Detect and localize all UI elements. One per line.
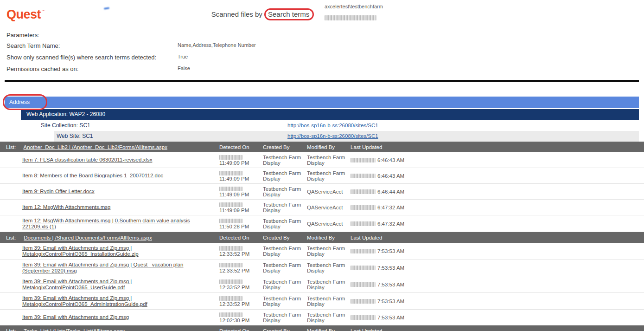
list-label: List: — [6, 235, 22, 240]
created-by-cell: Testbench Farm Display — [263, 216, 307, 231]
redacted-date — [351, 282, 376, 287]
created-by-cell: Testbench Farm Display — [263, 152, 307, 168]
detected-time: 12:02:30 PM — [219, 318, 249, 323]
updated-time: 6:46:43 AM — [377, 157, 404, 163]
item-link[interactable]: Item 39: Email with Attachments and Zip.… — [22, 279, 132, 290]
created-by-cell: Testbench Farm Display — [263, 260, 307, 275]
item-link[interactable]: Item 12: MsgWith Attachmments.msg — [22, 204, 110, 210]
redacted-date — [219, 202, 242, 207]
detected-on-cell: 12:33:52 PM — [219, 277, 263, 292]
redacted-date — [351, 189, 376, 194]
parameter-row: Permissions cached as on: False — [6, 65, 644, 73]
column-header-modified-by: Modified By — [307, 233, 351, 243]
modified-by-cell: Testbench Farm Display — [307, 152, 351, 168]
run-by-user: axcelertest\testbenchfarm — [325, 4, 383, 9]
modified-by-cell: QAServiceAcct — [307, 187, 351, 196]
parameter-label: Permissions cached as on: — [6, 65, 78, 72]
table-row: Item 39: Email with Attachments and Zip.… — [0, 276, 644, 293]
list-link[interactable]: Tasks_List | /Lists/Tasks_List/AllItems.… — [24, 328, 125, 331]
redacted-date — [351, 315, 376, 320]
column-header-detected-on: Detected On — [219, 233, 263, 243]
list-label: List: — [6, 144, 22, 150]
table-row: Item 8: Members of the Board Biographies… — [0, 168, 644, 184]
redacted-date — [219, 187, 242, 191]
table-row: Item 39: Email with Attachments and Zip.… — [0, 260, 644, 276]
modified-by-cell: Testbench Farm Display — [307, 277, 351, 292]
parameter-value: Name,Address,Telephone Number — [178, 42, 256, 48]
updated-time: 6:47:32 AM — [377, 205, 404, 210]
modified-by-cell: Testbench Farm Display — [307, 243, 351, 259]
column-header-modified-by: Modified By — [307, 142, 351, 152]
search-term-label: Address — [9, 99, 30, 105]
redacted-date — [219, 263, 242, 267]
item-link[interactable]: Item 7: FLSA classification table 063020… — [22, 157, 152, 162]
parameter-row: Search Term Name: Name,Address,Telephone… — [6, 41, 644, 50]
column-header-detected-on: Detected On — [219, 142, 263, 152]
column-header-modified-by: Modified By — [307, 326, 351, 331]
redacted-date — [219, 219, 242, 223]
parameters-section: Parameters: Search Term Name: Name,Addre… — [0, 32, 644, 73]
item-link[interactable]: Item 12: MsgWith Attachmments.msg | 0.So… — [22, 218, 190, 229]
detected-time: 11:49:09 PM — [219, 208, 249, 213]
created-by-cell: Testbench Farm Display — [263, 200, 307, 215]
modified-by-cell: Testbench Farm Display — [307, 293, 351, 309]
detected-time: 11:49:09 PM — [219, 160, 249, 166]
table-row: Item 9: Rydin Offer Letter.docx 11:49:09… — [0, 184, 644, 200]
logo-artifact — [104, 7, 109, 10]
table-row: Item 39: Email with Attachments and Zip.… — [0, 293, 644, 310]
redacted-date — [351, 205, 376, 210]
item-link[interactable]: Item 39: Email with Attachments and Zip.… — [22, 314, 129, 320]
column-header-last-updated: Last Updated — [351, 142, 644, 152]
item-link[interactable]: Item 39: Email with Attachments and Zip.… — [22, 262, 184, 273]
site-collection-url-link[interactable]: http://bos-sp16n-b-ss:26080/sites/SC1 — [287, 120, 378, 131]
column-header-created-by: Created By — [263, 233, 307, 243]
created-by-cell: Testbench Farm Display — [263, 243, 307, 259]
last-updated-cell: 7:53:53 AM — [351, 279, 644, 289]
detected-on-cell: 11:49:09 PM — [219, 184, 263, 199]
web-site-label: Web Site: SC1 — [57, 133, 93, 139]
updated-time: 7:53:53 AM — [377, 248, 404, 254]
list-link[interactable]: Another_Doc_Lib2 | /Another_Doc_Lib2/For… — [24, 144, 167, 150]
redacted-date — [351, 249, 376, 253]
last-updated-cell: 7:53:53 AM — [351, 263, 644, 273]
redacted-date — [219, 155, 242, 160]
web-site-row: Web Site: SC1 http://bos-sp16n-b-ss:2608… — [54, 131, 639, 142]
redacted-date — [219, 312, 242, 317]
redacted-date — [219, 171, 242, 175]
column-header-last-updated: Last Updated — [351, 326, 644, 331]
item-link[interactable]: Item 9: Rydin Offer Letter.docx — [22, 188, 95, 194]
last-updated-cell: 7:53:53 AM — [351, 312, 644, 322]
created-by-cell: Testbench Farm Display — [263, 293, 307, 309]
parameter-value: True — [178, 54, 188, 59]
detected-time: 12:33:52 PM — [219, 301, 249, 307]
detected-time: 11:50:28 PM — [219, 224, 249, 229]
detected-time: 12:33:52 PM — [219, 268, 249, 273]
parameter-label: Search Term Name: — [6, 42, 60, 49]
site-collection-row: Site Collection: SC1 http://bos-sp16n-b-… — [0, 120, 644, 131]
report-header: Quest™ Scanned files by Search terms axc… — [0, 0, 644, 28]
parameter-value: False — [178, 65, 190, 71]
search-term-bar: Address — [5, 97, 639, 108]
item-link[interactable]: Item 8: Members of the Board Biographies… — [22, 173, 163, 178]
site-collection-label: Site Collection: SC1 — [41, 122, 90, 129]
header-meta: axcelertest\testbenchfarm — [325, 4, 383, 20]
created-by-cell: Testbench Farm Display — [263, 277, 307, 292]
updated-time: 6:47:32 AM — [377, 221, 404, 227]
last-updated-cell: 6:46:44 AM — [351, 187, 644, 196]
detected-on-cell: 11:49:09 PM — [219, 200, 263, 215]
detected-time: 11:49:09 PM — [219, 192, 249, 197]
web-site-url-link[interactable]: http://bos-sp16n-b-ss:26080/sites/SC1 — [287, 131, 378, 142]
last-updated-cell: 6:47:32 AM — [351, 219, 644, 228]
updated-time: 7:53:53 AM — [377, 315, 404, 320]
table-row: Item 7: FLSA classification table 063020… — [0, 152, 644, 168]
web-application-bar: Web Application: WAP2 - 26080 — [21, 109, 639, 120]
item-link[interactable]: Item 39: Email with Attachments and Zip.… — [22, 245, 139, 257]
modified-by-cell: Testbench Farm Display — [307, 310, 351, 325]
item-link[interactable]: Item 39: Email with Attachments and Zip.… — [22, 295, 147, 307]
page-title: Scanned files by Search terms — [0, 10, 523, 19]
section-divider — [5, 80, 639, 82]
list-header-row: List: Documents | /Shared Documents/Form… — [0, 232, 644, 243]
list-link[interactable]: Documents | /Shared Documents/Forms/AllI… — [24, 235, 152, 240]
redacted-date — [351, 221, 376, 226]
redacted-date — [219, 279, 242, 284]
